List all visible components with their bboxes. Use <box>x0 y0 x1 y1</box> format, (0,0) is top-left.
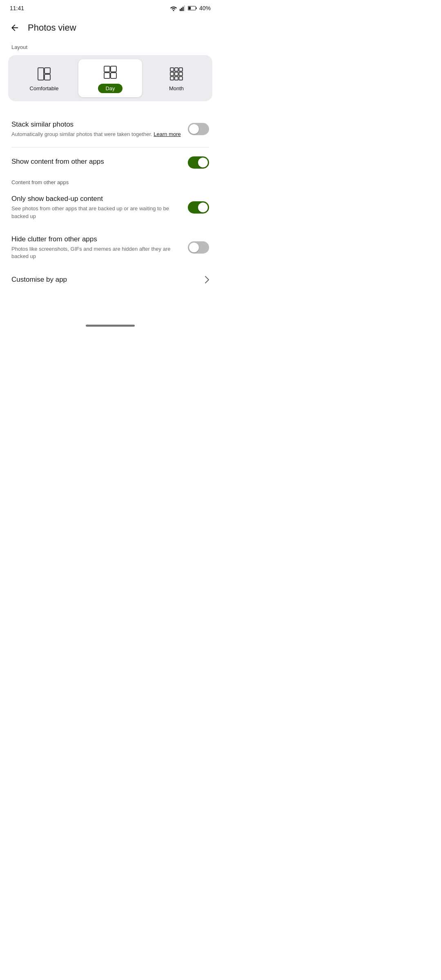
svg-rect-16 <box>175 68 178 71</box>
settings-section: Stack similar photos Automatically group… <box>0 113 220 292</box>
backed-up-desc: See photos from other apps that are back… <box>11 205 181 220</box>
stack-similar-toggle[interactable] <box>188 123 209 135</box>
comfortable-icon <box>37 67 51 81</box>
svg-rect-1 <box>180 9 181 11</box>
battery-icon <box>188 6 197 11</box>
hide-clutter-text: Hide clutter from other apps Photos like… <box>11 235 181 260</box>
nav-bar <box>0 316 220 331</box>
svg-rect-10 <box>45 74 50 80</box>
svg-rect-2 <box>181 8 182 11</box>
svg-rect-18 <box>170 72 174 76</box>
svg-rect-9 <box>45 68 50 74</box>
stack-similar-title: Stack similar photos <box>11 120 181 129</box>
content-other-apps-label: Content from other apps <box>0 176 220 187</box>
stack-similar-thumb <box>189 124 199 134</box>
svg-rect-7 <box>188 7 191 10</box>
learn-more-link[interactable]: Learn more <box>154 131 180 137</box>
show-content-title: Show content from other apps <box>11 157 181 166</box>
wifi-icon <box>170 5 177 11</box>
svg-rect-11 <box>104 66 110 72</box>
svg-point-0 <box>173 10 174 11</box>
svg-rect-8 <box>38 68 44 80</box>
customise-row[interactable]: Customise by app <box>0 267 220 292</box>
show-content-text: Show content from other apps <box>11 157 181 168</box>
svg-rect-15 <box>170 68 174 71</box>
hide-clutter-row: Hide clutter from other apps Photos like… <box>0 227 220 267</box>
day-icon <box>103 65 118 80</box>
day-label: Day <box>98 84 122 93</box>
hide-clutter-thumb <box>189 243 199 252</box>
month-label: Month <box>169 85 184 91</box>
hide-clutter-toggle[interactable] <box>188 241 209 254</box>
show-content-toggle[interactable] <box>188 156 209 169</box>
header: Photos view <box>0 15 220 44</box>
back-button[interactable] <box>8 21 21 34</box>
status-time: 11:41 <box>10 5 24 11</box>
battery-percent: 40% <box>199 5 211 11</box>
month-icon <box>169 67 184 81</box>
svg-rect-4 <box>184 5 185 11</box>
svg-rect-21 <box>170 77 174 80</box>
status-bar: 11:41 40% <box>0 0 220 15</box>
status-icons: 40% <box>170 5 211 11</box>
hide-clutter-title: Hide clutter from other apps <box>11 235 181 244</box>
customise-title: Customise by app <box>11 276 67 284</box>
svg-rect-13 <box>104 73 110 78</box>
svg-rect-20 <box>179 72 183 76</box>
comfortable-label: Comfortable <box>30 85 59 91</box>
stack-similar-desc: Automatically group similar photos that … <box>11 131 181 138</box>
nav-pill <box>86 325 135 327</box>
backed-up-thumb <box>198 203 208 212</box>
backed-up-title: Only show backed-up content <box>11 194 181 203</box>
signal-icon <box>180 5 185 11</box>
svg-rect-12 <box>111 66 116 72</box>
backed-up-row: Only show backed-up content See photos f… <box>0 187 220 227</box>
svg-rect-19 <box>175 72 178 76</box>
svg-rect-14 <box>111 73 116 78</box>
svg-rect-22 <box>175 77 178 80</box>
layout-section-label: Layout <box>0 44 220 55</box>
layout-selector: Comfortable Day Month <box>8 55 212 101</box>
divider-1 <box>11 147 209 147</box>
backed-up-text: Only show backed-up content See photos f… <box>11 194 181 220</box>
stack-similar-row: Stack similar photos Automatically group… <box>0 113 220 145</box>
show-content-row: Show content from other apps <box>0 149 220 176</box>
stack-similar-text: Stack similar photos Automatically group… <box>11 120 181 138</box>
page-title: Photos view <box>28 22 76 33</box>
svg-rect-23 <box>179 77 183 80</box>
layout-comfortable[interactable]: Comfortable <box>12 59 76 97</box>
layout-month[interactable]: Month <box>145 59 208 97</box>
layout-day[interactable]: Day <box>78 59 142 97</box>
chevron-right-icon <box>205 276 209 283</box>
hide-clutter-desc: Photos like screenshots, GIFs and memes … <box>11 245 181 260</box>
svg-rect-17 <box>179 68 183 71</box>
svg-rect-6 <box>196 7 197 9</box>
backed-up-toggle[interactable] <box>188 201 209 214</box>
svg-rect-3 <box>183 7 184 11</box>
